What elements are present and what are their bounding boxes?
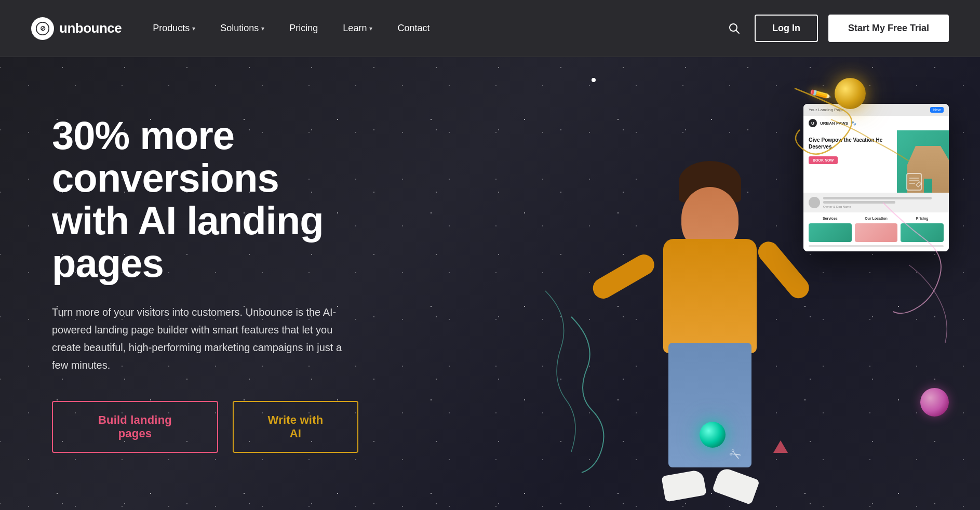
- card-service-img-3: [901, 223, 944, 242]
- card-hero-text: Give Powpow the Vacation He Deserves BOO…: [803, 130, 897, 193]
- nav-learn[interactable]: Learn ▾: [343, 23, 372, 34]
- login-button[interactable]: Log In: [755, 15, 818, 42]
- card-form-section: Owner & Dog Name: [803, 193, 949, 212]
- nav-links: Products ▾ Solutions ▾ Pricing Learn ▾ C…: [153, 23, 724, 34]
- nav-actions: Log In Start My Free Trial: [724, 15, 949, 42]
- card-form-fields: Owner & Dog Name: [823, 197, 944, 208]
- card-avatar: [809, 197, 820, 208]
- nav-contact[interactable]: Contact: [397, 23, 429, 34]
- star-dot: [592, 78, 596, 82]
- nav-pricing[interactable]: Pricing: [289, 23, 318, 34]
- brand-name: unbounce: [59, 20, 122, 36]
- gold-sphere: [835, 78, 866, 109]
- card-nav: U URBAN PAWS 🐾: [803, 116, 949, 130]
- person-shoe-right: [712, 466, 760, 505]
- card-pricing-label: Pricing: [901, 217, 944, 220]
- card-services-label: Services: [809, 217, 852, 220]
- person-sweater: [663, 239, 757, 353]
- person-shoe-left: [661, 469, 706, 502]
- hero-visual: Your Landing Page New U URBAN PAWS 🐾 Giv…: [409, 57, 980, 510]
- hero-buttons: Build landing pages Write with AI: [52, 401, 358, 453]
- card-hero-section: Give Powpow the Vacation He Deserves BOO…: [803, 130, 949, 193]
- card-form-line-2: [823, 201, 895, 204]
- hero-description: Turn more of your visitors into customer…: [52, 303, 358, 374]
- hero-title: 30% more conversions with AI landing pag…: [52, 114, 358, 285]
- card-services-row: Services Our Location Pricing: [809, 217, 944, 220]
- card-cta: BOOK NOW: [809, 156, 838, 164]
- card-paw-icon: 🐾: [851, 121, 856, 126]
- solutions-chevron-icon: ▾: [261, 25, 264, 32]
- pink-sphere: [920, 388, 949, 417]
- person-arm-left: [589, 251, 658, 303]
- edit-icon: [905, 171, 925, 196]
- card-location-label: Our Location: [855, 217, 898, 220]
- card-footer-line: [809, 245, 944, 247]
- card-service-img-1: [809, 223, 852, 242]
- card-service-images: [809, 223, 944, 242]
- triangle-decoration: [773, 440, 788, 453]
- hero-content: 30% more conversions with AI landing pag…: [0, 83, 390, 484]
- navbar: ⊘ unbounce Products ▾ Solutions ▾ Pricin…: [0, 0, 980, 57]
- hero-section: 30% more conversions with AI landing pag…: [0, 57, 980, 510]
- card-new-button: New: [930, 107, 944, 113]
- card-logo: U: [809, 119, 817, 127]
- search-button[interactable]: [724, 19, 744, 38]
- learn-chevron-icon: ▾: [369, 25, 372, 32]
- card-hero-title: Give Powpow the Vacation He Deserves: [809, 137, 892, 150]
- card-form-line-1: [823, 197, 932, 199]
- landing-page-mockup: Your Landing Page New U URBAN PAWS 🐾 Giv…: [803, 104, 949, 251]
- logo-icon: ⊘: [31, 17, 54, 40]
- build-landing-pages-button[interactable]: Build landing pages: [52, 401, 218, 453]
- nav-solutions[interactable]: Solutions ▾: [220, 23, 264, 34]
- teal-sphere: [700, 422, 726, 448]
- card-topbar: Your Landing Page New: [803, 104, 949, 116]
- card-bottom: Services Our Location Pricing: [803, 212, 949, 251]
- write-with-ai-button[interactable]: Write with AI: [233, 401, 358, 453]
- card-topbar-label: Your Landing Page: [809, 108, 927, 112]
- card-form-label: Owner & Dog Name: [823, 205, 944, 208]
- svg-text:⊘: ⊘: [40, 24, 46, 32]
- products-chevron-icon: ▾: [192, 25, 195, 32]
- trial-button[interactable]: Start My Free Trial: [828, 15, 949, 42]
- card-service-img-2: [855, 223, 898, 242]
- logo-link[interactable]: ⊘ unbounce: [31, 17, 122, 40]
- nav-products[interactable]: Products ▾: [153, 23, 195, 34]
- card-brand-name: URBAN PAWS: [820, 121, 848, 126]
